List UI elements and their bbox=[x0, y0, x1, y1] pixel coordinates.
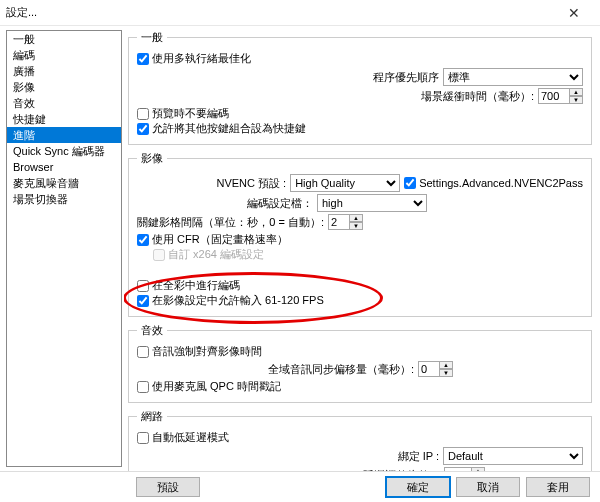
content: 一般 使用多執行緒最佳化 程序優先順序 標準 場景緩衝時間（毫秒）: ▲▼ 預覽… bbox=[124, 26, 600, 471]
label-latency: 延遲調整倍數： bbox=[363, 468, 440, 472]
cb-multithread[interactable]: 使用多執行緒最佳化 bbox=[137, 51, 583, 66]
select-priority[interactable]: 標準 bbox=[443, 68, 583, 86]
label-keyframe: 關鍵影格間隔（單位：秒，0 = 自動）: bbox=[137, 215, 324, 230]
window-title: 設定... bbox=[6, 5, 554, 20]
cb-lowlat[interactable]: 自動低延遲模式 bbox=[137, 430, 583, 445]
spin-buffer[interactable]: ▲▼ bbox=[538, 88, 583, 104]
main-area: 一般編碼廣播影像音效快捷鍵進階Quick Sync 編碼器Browser麥克風噪… bbox=[0, 26, 600, 472]
group-audio: 音效 音訊強制對齊影像時間 全域音訊同步偏移量（毫秒）: ▲▼ 使用麥克風 QP… bbox=[128, 323, 592, 403]
cb-x264: 自訂 x264 編碼設定 bbox=[153, 247, 583, 262]
cb-allow-other[interactable]: 允許將其他按鍵組合設為快捷鍵 bbox=[137, 121, 583, 136]
cb-preview-off[interactable]: 預覽時不要編碼 bbox=[137, 106, 583, 121]
cb-cfr[interactable]: 使用 CFR（固定畫格速率） bbox=[137, 232, 583, 247]
ok-button[interactable]: 確定 bbox=[386, 477, 450, 497]
label-bindip: 綁定 IP : bbox=[398, 449, 439, 464]
group-video: 影像 NVENC 預設 : High Quality Settings.Adva… bbox=[128, 151, 592, 317]
close-icon[interactable]: ✕ bbox=[554, 6, 594, 20]
sidebar-item[interactable]: 場景切換器 bbox=[7, 191, 121, 207]
label-profile: 編碼設定檔： bbox=[247, 196, 313, 211]
legend-general: 一般 bbox=[137, 30, 167, 45]
cancel-button[interactable]: 取消 bbox=[456, 477, 520, 497]
button-bar: 預設 確定 取消 套用 bbox=[0, 472, 600, 502]
sidebar-item[interactable]: 麥克風噪音牆 bbox=[7, 175, 121, 191]
legend-video: 影像 bbox=[137, 151, 167, 166]
select-nvenc[interactable]: High Quality bbox=[290, 174, 400, 192]
sidebar-item[interactable]: 快捷鍵 bbox=[7, 111, 121, 127]
sidebar-item[interactable]: 影像 bbox=[7, 79, 121, 95]
legend-network: 網路 bbox=[137, 409, 167, 424]
label-priority: 程序優先順序 bbox=[373, 70, 439, 85]
group-network: 網路 自動低延遲模式 綁定 IP : Default 延遲調整倍數： ▲▼ 停用… bbox=[128, 409, 592, 471]
cb-fps120[interactable]: 在影像設定中允許輸入 61-120 FPS bbox=[137, 293, 583, 308]
spin-offset[interactable]: ▲▼ bbox=[418, 361, 453, 377]
sidebar-item[interactable]: Quick Sync 編碼器 bbox=[7, 143, 121, 159]
label-nvenc: NVENC 預設 : bbox=[216, 176, 286, 191]
cb-nvenc2pass[interactable]: Settings.Advanced.NVENC2Pass bbox=[404, 177, 583, 189]
cb-fullcolor[interactable]: 在全彩中進行編碼 bbox=[137, 278, 583, 293]
label-offset: 全域音訊同步偏移量（毫秒）: bbox=[268, 362, 414, 377]
select-profile[interactable]: high bbox=[317, 194, 427, 212]
sidebar-item[interactable]: 編碼 bbox=[7, 47, 121, 63]
legend-audio: 音效 bbox=[137, 323, 167, 338]
titlebar: 設定... ✕ bbox=[0, 0, 600, 26]
spin-keyframe[interactable]: ▲▼ bbox=[328, 214, 363, 230]
sidebar-item[interactable]: 一般 bbox=[7, 31, 121, 47]
sidebar: 一般編碼廣播影像音效快捷鍵進階Quick Sync 編碼器Browser麥克風噪… bbox=[6, 30, 122, 467]
sidebar-item[interactable]: 音效 bbox=[7, 95, 121, 111]
sidebar-item[interactable]: Browser bbox=[7, 159, 121, 175]
sidebar-item[interactable]: 進階 bbox=[7, 127, 121, 143]
sidebar-item[interactable]: 廣播 bbox=[7, 63, 121, 79]
cb-qpc[interactable]: 使用麥克風 QPC 時間戳記 bbox=[137, 379, 583, 394]
spin-latency[interactable]: ▲▼ bbox=[444, 467, 485, 471]
cb-audio-force[interactable]: 音訊強制對齊影像時間 bbox=[137, 344, 583, 359]
apply-button[interactable]: 套用 bbox=[526, 477, 590, 497]
defaults-button[interactable]: 預設 bbox=[136, 477, 200, 497]
select-bindip[interactable]: Default bbox=[443, 447, 583, 465]
group-general: 一般 使用多執行緒最佳化 程序優先順序 標準 場景緩衝時間（毫秒）: ▲▼ 預覽… bbox=[128, 30, 592, 145]
label-buffer: 場景緩衝時間（毫秒）: bbox=[421, 89, 534, 104]
